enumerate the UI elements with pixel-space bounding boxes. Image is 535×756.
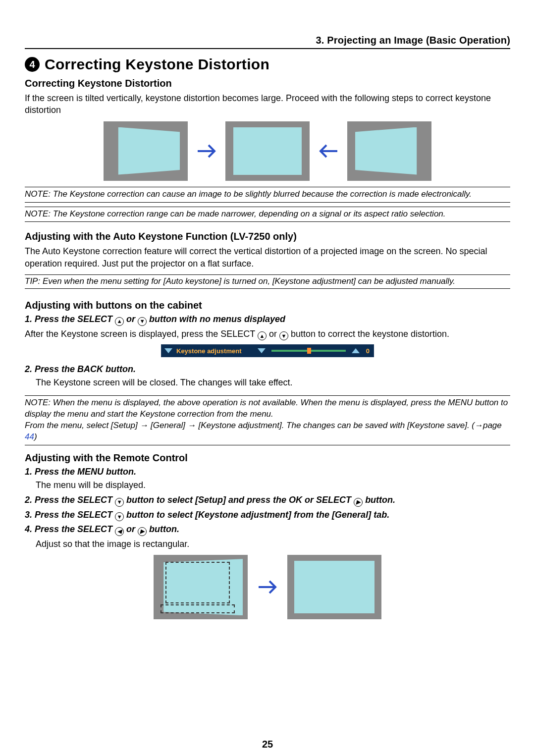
step-2: 2. Press the BACK button. [25,364,510,375]
down-button-icon [138,317,147,326]
up-button-icon [115,317,124,326]
keystone-down-icon [164,347,172,354]
arrow-right-icon [196,140,217,162]
subheading-cabinet-buttons: Adjusting with buttons on the cabinet [25,300,510,311]
corrected-frame [287,555,381,619]
rc-step-1-body: The menu will be displayed. [36,479,510,491]
page-number: 25 [0,739,535,750]
tip-manual: TIP: Even when the menu setting for [Aut… [25,274,510,289]
keystone-diagram-bottom [25,555,510,619]
distorted-frame-with-guides [154,555,248,619]
keystone-diagram-top [25,121,510,181]
note-range: NOTE: The Keystone correction range can … [25,207,510,222]
rc-step-2: 2. Press the SELECT button to select [Se… [25,495,510,507]
rc-step-3: 3. Press the SELECT button to select [Ke… [25,510,510,522]
up-button-icon [258,331,267,340]
subheading-remote-control: Adjusting with the Remote Control [25,452,510,464]
note-menu: NOTE: When the menu is displayed, the ab… [25,395,510,445]
section-title: Correcting Keystone Distortion [45,56,269,73]
chapter-header: 3. Projecting an Image (Basic Operation) [25,35,510,49]
corrected-frame-center [225,121,310,181]
down-button-icon [115,498,124,507]
arrow-left-icon [318,140,339,162]
right-button-icon [138,527,147,536]
distorted-frame-left [104,121,188,181]
osd-value: 0 [363,347,374,355]
distorted-frame-right [347,121,431,181]
step-2-body: The Keystone screen will be closed. The … [36,377,510,388]
section-number-badge: 4 [25,57,40,72]
rc-step-4: 4. Press the SELECT or button. [25,524,510,536]
subheading-auto-keystone: Adjusting with the Auto Keystone Functio… [25,231,510,242]
osd-slider-thumb [307,348,311,354]
down-button-icon [279,331,288,340]
intro-text: If the screen is tilted vertically, keys… [25,92,510,116]
subheading-correcting: Correcting Keystone Distortion [25,78,510,89]
right-button-icon [354,498,363,507]
rc-step-4-body: Adjust so that the image is rectangular. [36,538,510,550]
left-button-icon [115,527,124,536]
down-button-icon [115,512,124,521]
page-link-44[interactable]: 44 [25,432,34,441]
rc-step-1: 1. Press the MENU button. [25,467,510,477]
note-blur: NOTE: The Keystone correction can cause … [25,187,510,203]
step-1: 1. Press the SELECT or button with no me… [25,314,510,326]
keystone-osd-bar: Keystone adjustment 0 [161,344,374,357]
osd-label: Keystone adjustment [175,347,255,355]
arrow-right-icon [257,576,278,598]
auto-keystone-body: The Auto Keystone correction feature wil… [25,245,510,270]
keystone-up-icon [352,347,360,354]
section-heading-row: 4 Correcting Keystone Distortion [25,56,510,73]
after-keystone-text: After the Keystone screen is displayed, … [25,328,510,341]
osd-slider-track [271,350,346,352]
keystone-down-icon [258,347,266,354]
